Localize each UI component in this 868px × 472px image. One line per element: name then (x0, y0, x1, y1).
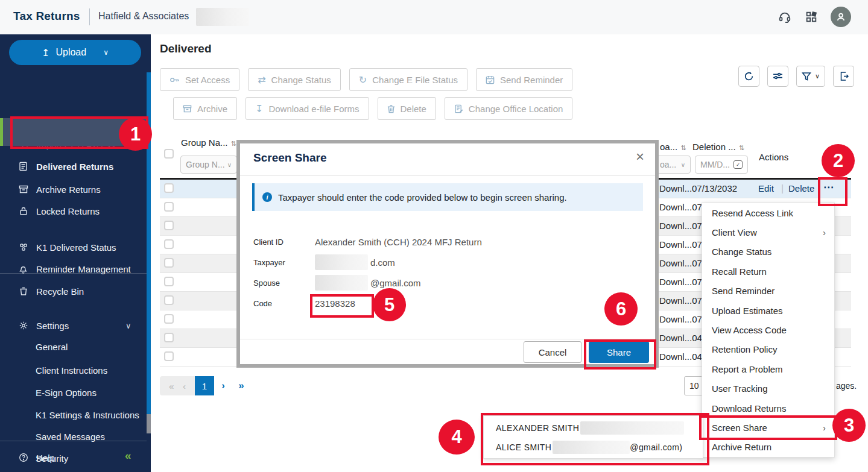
change-office-location-button[interactable]: Change Office Location (445, 97, 573, 120)
row-checkbox[interactable] (164, 258, 174, 268)
more-actions-icon[interactable]: ⋯ (823, 181, 834, 194)
downloaded-cell: Downl... (659, 183, 692, 194)
sidebar-item-label: Help (36, 453, 55, 463)
menu-item-client-view[interactable]: Client View› (702, 222, 834, 242)
column-header-group-name[interactable]: Group Na...⇅ (181, 137, 236, 148)
sidebar-item-k1-delivered-status[interactable]: K1 Delivered Status (0, 238, 147, 256)
upload-button[interactable]: ↥ Upload ∨ (9, 40, 141, 65)
refresh-grid-button[interactable] (738, 66, 759, 87)
support-headset-icon[interactable] (778, 10, 792, 24)
column-settings-button[interactable] (767, 66, 788, 87)
menu-item-user-tracking[interactable]: User Tracking (702, 379, 834, 398)
sidebar-item-archive-returns[interactable]: Archive Returns (0, 180, 147, 198)
downloaded-filter-select[interactable]: oa... ∨ (654, 156, 691, 174)
row-checkbox[interactable] (164, 221, 174, 230)
first-page-icon[interactable]: « (169, 381, 174, 391)
prev-page-icon[interactable]: ‹ (183, 381, 186, 391)
next-page-icon[interactable]: › (214, 380, 232, 392)
last-page-icon[interactable]: » (232, 380, 250, 392)
menu-item-label: Report a Problem (712, 364, 783, 374)
select-all-checkbox[interactable] (164, 149, 174, 159)
taxpayer-name: ALEXANDER SMITH (496, 423, 579, 433)
close-icon[interactable]: × (636, 148, 644, 165)
menu-item-label: Upload Estimates (712, 306, 783, 316)
group-name-filter-select[interactable]: Group N... ∨ (180, 156, 237, 174)
menu-item-archive-return[interactable]: Archive Return (702, 438, 834, 457)
menu-item-report-a-problem[interactable]: Report a Problem (702, 359, 834, 379)
column-header-downloaded[interactable]: oa...⇅ (660, 142, 686, 152)
pagination: « ‹ 1 › » (160, 376, 250, 395)
filter-caret-icon: ∨ (815, 72, 820, 80)
help-icon (18, 453, 28, 463)
deletion-date-filter-input[interactable]: MM/D... ✓ (695, 156, 748, 174)
row-checkbox[interactable] (164, 183, 174, 193)
sidebar-scrollbar-track[interactable] (147, 72, 151, 414)
sidebar-item-esign-options[interactable]: E-Sign Options (0, 384, 147, 401)
sidebar-subitem-label: E-Sign Options (36, 388, 97, 398)
user-avatar[interactable] (831, 7, 851, 27)
sidebar-item-general[interactable]: General (0, 338, 147, 355)
cancel-button[interactable]: Cancel (524, 341, 581, 363)
redacted-taxpayer-email (315, 254, 368, 270)
export-button[interactable] (833, 66, 854, 87)
taxpayer-label: Taxpayer (253, 258, 315, 267)
set-access-button[interactable]: Set Access (160, 68, 239, 91)
send-reminder-button[interactable]: Send Reminder (476, 68, 572, 91)
sidebar-item-k1-settings-instructions[interactable]: K1 Settings & Instructions (0, 406, 147, 423)
archive-button[interactable]: Archive (173, 97, 237, 120)
dropdown-caret-icon: ∨ (681, 162, 685, 168)
row-checkbox[interactable] (164, 314, 174, 324)
sidebar-item-label: Reminder Management (36, 264, 131, 274)
sidebar-item-locked-returns[interactable]: Locked Returns (0, 202, 147, 220)
menu-item-retention-policy[interactable]: Retention Policy (702, 340, 834, 359)
menu-item-change-status[interactable]: Change Status (702, 242, 834, 262)
menu-item-recall-return[interactable]: Recall Return (702, 262, 834, 281)
sidebar-item-settings[interactable]: Settings ∨ (0, 316, 147, 335)
menu-item-upload-estimates[interactable]: Upload Estimates (702, 301, 834, 320)
sidebar-item-delivered-returns[interactable]: Delivered Returns (0, 157, 147, 175)
collapse-sidebar-icon[interactable]: « (125, 449, 131, 462)
delete-button[interactable]: Delete (378, 97, 436, 120)
sidebar-item-client-instructions[interactable]: Client Instructions (0, 362, 147, 379)
column-label: Group Na... (181, 137, 228, 148)
info-text: Taxpayer should enter the code provided … (278, 192, 567, 203)
submenu-item-spouse[interactable]: ALICE SMITH @gmail.com) (484, 438, 703, 457)
submenu-item-taxpayer[interactable]: ALEXANDER SMITH (484, 418, 703, 438)
delete-link[interactable]: Delete (788, 183, 814, 194)
row-checkbox[interactable] (164, 202, 174, 212)
calendar-icon: ✓ (733, 160, 743, 169)
row-checkbox[interactable] (164, 239, 174, 249)
row-checkbox[interactable] (164, 333, 174, 342)
sidebar-item-recycle-bin[interactable]: Recycle Bin (0, 282, 147, 300)
row-checkbox[interactable] (164, 277, 174, 286)
grid-action-icons: ∨ (738, 66, 854, 87)
column-header-deletion[interactable]: Deletion ...⇅ (692, 142, 744, 152)
change-status-button[interactable]: ⇄ Change Status (248, 68, 341, 91)
menu-item-send-reminder[interactable]: Send Reminder (702, 282, 834, 301)
menu-item-label: User Tracking (712, 383, 768, 394)
row-checkbox[interactable] (164, 351, 174, 361)
sort-icon[interactable]: ⇅ (739, 144, 744, 151)
sidebar-scrollbar-thumb[interactable] (147, 414, 151, 433)
menu-item-resend-access-link[interactable]: Resend Access Link (702, 203, 834, 222)
lock-icon (18, 206, 28, 216)
menu-item-download-returns[interactable]: Download Returns (702, 398, 834, 418)
edit-link[interactable]: Edit (758, 183, 774, 194)
download-efile-forms-button[interactable]: ↧ Download e-file Forms (246, 97, 369, 120)
row-checkbox[interactable] (164, 295, 174, 305)
menu-item-screen-share[interactable]: Screen Share› (702, 418, 834, 437)
sort-icon[interactable]: ⇅ (231, 140, 236, 147)
menu-item-view-access-code[interactable]: View Access Code (702, 320, 834, 339)
menu-item-label: Change Status (712, 247, 771, 257)
filter-button[interactable]: ∨ (796, 66, 825, 87)
download-icon: ↧ (255, 103, 263, 115)
sidebar-item-saved-messages[interactable]: Saved Messages (0, 428, 147, 445)
share-button[interactable]: Share (589, 341, 649, 363)
link-divider: | (781, 183, 784, 194)
apps-grid-icon[interactable] (804, 10, 819, 24)
sort-icon[interactable]: ⇅ (680, 144, 686, 151)
change-efile-status-button[interactable]: ↻ Change E File Status (349, 68, 467, 91)
deletion-date-cell: 07/13/2032 (692, 183, 737, 194)
current-page-button[interactable]: 1 (195, 376, 214, 395)
sidebar-item-reminder-management[interactable]: Reminder Management (0, 260, 147, 278)
